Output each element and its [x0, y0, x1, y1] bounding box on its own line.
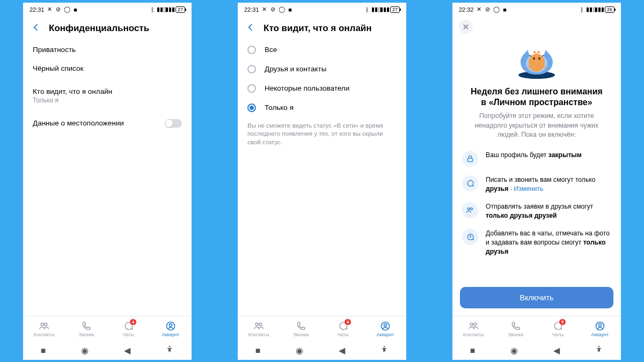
svg-point-4: [169, 346, 171, 348]
screen-privacy: 22:31 ✕ ⊘ ◯ ■ ᛒ ▮▮▯ ▮▮▮ 27 Конфиденциаль…: [23, 3, 192, 360]
bluetooth-icon: ᛒ: [364, 6, 371, 13]
nav-recent-icon[interactable]: ■: [255, 346, 261, 356]
status-bar: 22:32 ✕ ⊘ ◯ ■ ᛒ ▮▮▯ ▮▮▮ 26: [452, 3, 621, 17]
dnd-icon: ⊘: [55, 6, 62, 13]
tab-contacts[interactable]: Контакты: [23, 316, 65, 342]
radio-icon: [247, 65, 256, 73]
bluetooth-icon: ᛒ: [150, 6, 156, 13]
nav-home-icon[interactable]: ◉: [296, 345, 303, 356]
chat-icon: [462, 175, 478, 191]
row-privacy[interactable]: Приватность: [23, 40, 192, 59]
signal1-icon: ▮▮▯: [588, 6, 594, 13]
tab-account[interactable]: Аккаунт: [579, 316, 621, 342]
svg-point-17: [470, 323, 473, 326]
battery-indicator: 27: [175, 6, 185, 13]
nav-home-icon[interactable]: ◉: [81, 345, 89, 356]
signal2-icon: ▮▮▮: [382, 6, 388, 13]
svg-rect-14: [467, 158, 472, 161]
meditation-illustration: [452, 36, 621, 80]
tab-contacts[interactable]: Контакты: [238, 316, 280, 342]
check-icon: ◯: [64, 6, 70, 13]
option-all[interactable]: Все: [238, 40, 406, 60]
enable-button[interactable]: Включить: [460, 287, 613, 308]
nav-home-icon[interactable]: ◉: [510, 345, 518, 356]
svg-point-12: [533, 57, 535, 60]
row-location[interactable]: Данные о местоположении: [23, 114, 192, 133]
tab-calls[interactable]: Звонки: [280, 316, 323, 342]
nav-back-icon[interactable]: ◀: [124, 345, 130, 356]
android-nav: ■ ◉ ◀: [23, 342, 192, 360]
tab-chats[interactable]: 5 Чаты: [537, 316, 579, 342]
feature-chat-invites: Добавлять вас в чаты, отмечать на фото и…: [452, 225, 621, 261]
svg-point-21: [598, 346, 600, 348]
page-title: Кто видит, что я онлайн: [264, 23, 372, 34]
radio-icon-selected: [247, 104, 256, 112]
svg-point-8: [384, 323, 386, 326]
tab-bar: Контакты Звонки 4 Чаты Аккаунт: [23, 316, 192, 342]
back-button[interactable]: [245, 22, 256, 35]
nav-recent-icon[interactable]: ■: [470, 346, 475, 356]
tab-chats[interactable]: 4 Чаты: [322, 316, 364, 342]
bluetooth-icon: ᛒ: [579, 6, 586, 13]
svg-point-0: [41, 323, 43, 326]
promo-subtitle: Попробуйте этот режим, если хотите ненад…: [452, 112, 621, 146]
svg-point-13: [538, 57, 540, 60]
status-time: 22:31: [244, 6, 259, 13]
tab-bar: Контакты Звонки 5 Чаты Аккаунт: [452, 316, 621, 342]
tab-contacts[interactable]: Контакты: [452, 316, 495, 342]
tab-calls[interactable]: Звонки: [65, 316, 108, 342]
svg-point-16: [471, 208, 473, 210]
option-only-me[interactable]: Только я: [238, 98, 406, 117]
android-nav: ■ ◉ ◀: [452, 342, 621, 360]
status-bar: 22:31 ✕ ⊘ ◯ ■ ᛒ ▮▮▯ ▮▮▮ 27: [238, 3, 406, 17]
close-button[interactable]: [459, 20, 473, 34]
vibrate-icon: ✕: [47, 6, 53, 13]
vibrate-icon: ✕: [261, 6, 268, 13]
nav-back-icon[interactable]: ◀: [553, 345, 560, 356]
nav-accessibility-icon[interactable]: [380, 345, 389, 356]
radio-icon: [247, 84, 256, 93]
row-online-visibility[interactable]: Кто видит, что я онлайн Только я: [23, 82, 192, 109]
promo-title: Неделя без лишнего внимания в «Личном пр…: [452, 80, 621, 112]
svg-point-1: [45, 323, 47, 326]
feature-closed-profile: Ваш профиль будет закрытым: [452, 146, 621, 171]
nav-back-icon[interactable]: ◀: [339, 345, 345, 356]
people-icon: [462, 202, 478, 218]
tab-calls[interactable]: Звонки: [495, 316, 537, 342]
location-toggle[interactable]: [165, 119, 182, 128]
lock-icon: [462, 151, 478, 167]
battery-indicator: 27: [390, 6, 400, 13]
question-chat-icon: [462, 229, 478, 245]
change-link[interactable]: Изменить: [514, 185, 543, 193]
nav-recent-icon[interactable]: ■: [41, 346, 46, 356]
screen-personal-space-promo: 22:32 ✕ ⊘ ◯ ■ ᛒ ▮▮▯ ▮▮▮ 26 Неделя без: [452, 3, 621, 360]
signal2-icon: ▮▮▮: [167, 6, 173, 13]
svg-point-15: [467, 208, 470, 210]
vibrate-icon: ✕: [476, 6, 482, 13]
back-button[interactable]: [31, 22, 41, 35]
svg-point-3: [169, 323, 172, 326]
header: Кто видит, что я онлайн: [238, 17, 406, 40]
tab-account[interactable]: Аккаунт: [364, 316, 407, 342]
status-time: 22:32: [459, 6, 474, 13]
dnd-icon: ⊘: [485, 6, 491, 13]
svg-point-18: [474, 323, 477, 326]
check-icon: ◯: [493, 6, 500, 13]
status-bar: 22:31 ✕ ⊘ ◯ ■ ᛒ ▮▮▯ ▮▮▮ 27: [23, 3, 192, 17]
svg-point-5: [255, 323, 258, 326]
feature-friend-requests: Отправлять заявки в друзья смогут только…: [452, 198, 621, 225]
tab-chats[interactable]: 4 Чаты: [107, 316, 150, 342]
visibility-hint: Вы не сможете видеть статус «В сети» и в…: [238, 117, 406, 151]
row-blacklist[interactable]: Чёрный список: [23, 59, 192, 78]
chats-badge: 4: [344, 319, 352, 326]
square-icon: ■: [72, 6, 79, 13]
option-some[interactable]: Некоторые пользователи: [238, 79, 406, 98]
tab-account[interactable]: Аккаунт: [150, 316, 192, 342]
option-friends[interactable]: Друзья и контакты: [238, 60, 406, 79]
radio-icon: [247, 46, 256, 54]
battery-indicator: 26: [605, 6, 614, 13]
signal1-icon: ▮▮▯: [373, 6, 379, 13]
nav-accessibility-icon[interactable]: [165, 345, 174, 356]
check-icon: ◯: [279, 6, 285, 13]
nav-accessibility-icon[interactable]: [595, 345, 603, 356]
